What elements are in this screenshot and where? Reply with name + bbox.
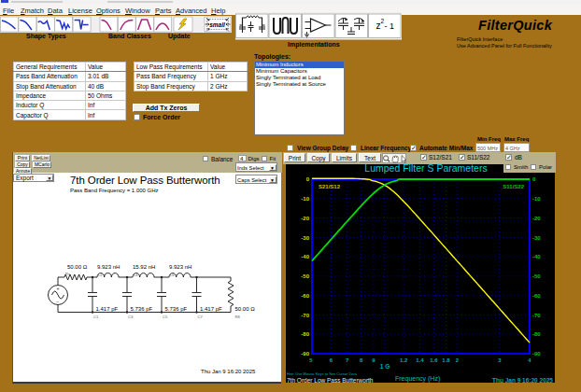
svg-text:- 1: - 1 [385, 21, 395, 31]
svg-text:4: 4 [528, 357, 531, 363]
svg-text:Lumped Filter S Parameters: Lumped Filter S Parameters [364, 164, 487, 174]
svg-text:1.4: 1.4 [416, 357, 424, 363]
svg-text:−: − [56, 299, 59, 304]
svg-text:0: 0 [532, 176, 536, 182]
svg-text:-20: -20 [532, 216, 541, 221]
svg-text:C1: C1 [93, 315, 99, 319]
svg-text:5: 5 [309, 357, 313, 363]
svg-text:C7: C7 [198, 315, 204, 319]
svg-text:-80: -80 [301, 331, 309, 337]
svg-text:-30: -30 [301, 235, 309, 241]
svg-text:1.8: 1.8 [442, 357, 450, 363]
svg-text:S11/S22: S11/S22 [503, 184, 524, 189]
svg-text:5.736 pF: 5.736 pF [165, 306, 188, 312]
svg-text:3: 3 [498, 357, 502, 363]
svg-text:15.92 nH: 15.92 nH [133, 264, 155, 270]
svg-text:-40: -40 [301, 254, 309, 259]
svg-text:+: + [57, 286, 60, 291]
svg-text:50.00 Ω: 50.00 Ω [235, 306, 256, 312]
svg-text:5.736 pF: 5.736 pF [131, 306, 153, 312]
svg-text:Hint: Use Mouse Keys to See Cu: Hint: Use Mouse Keys to See Cursor Data [287, 371, 358, 376]
svg-text:-50: -50 [532, 273, 541, 279]
svg-text:1.6: 1.6 [430, 357, 438, 363]
svg-text:-20: -20 [301, 216, 309, 221]
svg-text:L4: L4 [134, 273, 138, 277]
svg-text:1.417 pF: 1.417 pF [200, 306, 222, 312]
svg-text:S21/S12: S21/S12 [319, 184, 341, 189]
svg-text:8: 8 [360, 357, 363, 363]
svg-text:9.923 nH: 9.923 nH [169, 264, 191, 270]
svg-text:C5: C5 [163, 315, 168, 319]
svg-text:50.00 Ω: 50.00 Ω [67, 264, 88, 270]
svg-text:9: 9 [372, 357, 376, 363]
svg-text:7: 7 [346, 357, 349, 363]
svg-text:Frequency (Hz): Frequency (Hz) [395, 375, 440, 383]
svg-text:2: 2 [456, 357, 460, 363]
svg-text:9.923 nH: 9.923 nH [97, 264, 120, 270]
svg-text:0: 0 [306, 176, 310, 182]
svg-text:-60: -60 [301, 293, 309, 299]
svg-text:small: small [209, 21, 225, 27]
svg-text:6: 6 [330, 357, 333, 363]
svg-text:-70: -70 [532, 313, 541, 318]
svg-text:-70: -70 [301, 313, 309, 318]
svg-text:1.417 pF: 1.417 pF [96, 306, 119, 312]
svg-text:-10: -10 [532, 196, 541, 202]
svg-text:-60: -60 [532, 293, 541, 299]
svg-text:R8: R8 [235, 315, 241, 319]
svg-text:-10: -10 [301, 196, 309, 202]
svg-text:-90: -90 [532, 351, 541, 357]
svg-text:-50: -50 [301, 273, 309, 279]
svg-text:Rs: Rs [65, 272, 70, 276]
svg-text:7th Order Low Pass Butterworth: 7th Order Low Pass Butterworth [287, 377, 374, 383]
svg-text:-80: -80 [532, 331, 541, 337]
svg-text:C3: C3 [128, 315, 134, 319]
svg-text:L6: L6 [170, 273, 175, 277]
svg-text:1.2: 1.2 [400, 357, 408, 363]
svg-text:Thu Jan 9 16:20 2025: Thu Jan 9 16:20 2025 [492, 377, 553, 383]
svg-text:-30: -30 [532, 235, 541, 241]
svg-text:-40: -40 [532, 254, 541, 259]
svg-text:L2: L2 [98, 273, 103, 277]
svg-text:-90: -90 [301, 351, 309, 357]
svg-text:1 G: 1 G [380, 363, 390, 370]
